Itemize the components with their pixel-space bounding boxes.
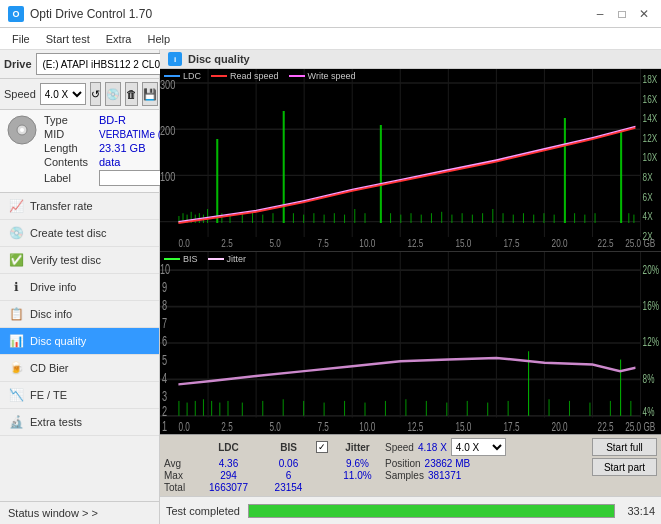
svg-text:5.0: 5.0 [269, 237, 281, 250]
status-window-button[interactable]: Status window > > [0, 501, 159, 524]
minimize-button[interactable]: – [591, 5, 609, 23]
svg-text:4X: 4X [643, 210, 653, 223]
svg-text:17.5: 17.5 [504, 419, 520, 433]
svg-rect-79 [523, 213, 524, 223]
menu-start-test[interactable]: Start test [38, 31, 98, 47]
legend-jitter: Jitter [208, 254, 247, 264]
svg-rect-54 [262, 215, 263, 223]
stats-position-label: Position [385, 458, 421, 469]
svg-text:25.0 GB: 25.0 GB [625, 237, 655, 250]
close-button[interactable]: ✕ [635, 5, 653, 23]
sidebar-item-drive-info[interactable]: ℹ Drive info [0, 274, 159, 301]
drive-section: Drive (E:) ATAPI iHBS112 2 CL0K ⏏ [0, 50, 159, 79]
stats-table: LDC BIS ✓ Jitter Speed 4.18 X 4.0 X Avg … [164, 438, 588, 493]
speed-select[interactable]: 4.0 X2.0 X8.0 X [40, 83, 86, 105]
svg-text:5.0: 5.0 [269, 419, 280, 433]
svg-rect-133 [187, 403, 188, 416]
disc-label-input[interactable] [99, 170, 169, 186]
svg-text:200: 200 [160, 123, 175, 137]
svg-rect-137 [219, 403, 220, 416]
menu-help[interactable]: Help [139, 31, 178, 47]
nav-label-disc-info: Disc info [30, 308, 72, 320]
svg-text:17.5: 17.5 [504, 237, 520, 250]
title-bar: O Opti Drive Control 1.70 – □ ✕ [0, 0, 661, 28]
svg-rect-81 [543, 213, 544, 223]
speed-dropdown[interactable]: 4.0 X [451, 438, 506, 456]
bis-line [164, 258, 180, 260]
extra-tests-icon: 🔬 [8, 414, 24, 430]
stats-samples-label: Samples [385, 470, 424, 481]
svg-rect-88 [628, 213, 629, 223]
sidebar-item-disc-quality[interactable]: 📊 Disc quality [0, 328, 159, 355]
stats-total-row: Total 1663077 23154 [164, 482, 588, 493]
svg-rect-84 [574, 213, 575, 223]
svg-rect-75 [482, 213, 483, 223]
svg-rect-138 [227, 401, 228, 416]
svg-rect-49 [216, 139, 218, 223]
svg-text:5: 5 [162, 351, 167, 368]
menu-file[interactable]: File [4, 31, 38, 47]
ldc-line [164, 75, 180, 77]
nav-label-transfer-rate: Transfer rate [30, 200, 93, 212]
svg-rect-59 [313, 213, 314, 223]
verify-test-disc-icon: ✅ [8, 252, 24, 268]
svg-rect-63 [354, 209, 355, 223]
svg-rect-60 [324, 215, 325, 223]
maximize-button[interactable]: □ [613, 5, 631, 23]
menu-extra[interactable]: Extra [98, 31, 140, 47]
main-area: Drive (E:) ATAPI iHBS112 2 CL0K ⏏ Speed … [0, 50, 661, 524]
svg-text:8: 8 [162, 297, 167, 314]
sidebar-item-cd-bier[interactable]: 🍺 CD Bier [0, 355, 159, 382]
disc-length-value: 23.31 GB [99, 142, 145, 154]
svg-rect-71 [441, 212, 442, 223]
svg-text:20.0: 20.0 [552, 237, 568, 250]
svg-rect-68 [411, 213, 412, 223]
erase-button[interactable]: 🗑 [125, 82, 138, 106]
sidebar-item-transfer-rate[interactable]: 📈 Transfer rate [0, 193, 159, 220]
svg-rect-53 [252, 212, 253, 223]
stats-max-bis: 6 [261, 470, 316, 481]
legend-read-speed-label: Read speed [230, 71, 279, 81]
sidebar-item-fe-te[interactable]: 📉 FE / TE [0, 382, 159, 409]
start-part-button[interactable]: Start part [592, 458, 657, 476]
svg-text:22.5: 22.5 [598, 419, 614, 433]
svg-text:8%: 8% [643, 371, 655, 385]
stats-avg-label: Avg [164, 458, 196, 469]
svg-text:2.5: 2.5 [221, 419, 232, 433]
svg-rect-73 [462, 213, 463, 223]
sidebar-item-extra-tests[interactable]: 🔬 Extra tests [0, 409, 159, 436]
save-button[interactable]: 💾 [142, 82, 158, 106]
stats-header-ldc: LDC [196, 442, 261, 453]
chart1-legend: LDC Read speed Write speed [164, 71, 355, 81]
disc-length-label: Length [44, 142, 99, 154]
svg-rect-140 [262, 401, 263, 416]
sidebar-item-disc-info[interactable]: 📋 Disc info [0, 301, 159, 328]
disc-info-icon: 📋 [8, 306, 24, 322]
status-window-label: Status window > > [8, 507, 98, 519]
disc-icon [6, 114, 38, 148]
svg-rect-62 [344, 215, 345, 223]
svg-text:2.5: 2.5 [221, 237, 233, 250]
sidebar-item-create-test-disc[interactable]: 💿 Create test disc [0, 220, 159, 247]
legend-read-speed: Read speed [211, 71, 279, 81]
refresh-button[interactable]: ↺ [90, 82, 101, 106]
svg-rect-146 [385, 401, 386, 416]
disc-contents-value: data [99, 156, 120, 168]
svg-rect-157 [610, 401, 611, 416]
svg-rect-145 [364, 403, 365, 416]
svg-rect-87 [620, 132, 622, 223]
start-full-button[interactable]: Start full [592, 438, 657, 456]
svg-text:4: 4 [162, 369, 167, 386]
svg-rect-150 [467, 401, 468, 416]
sidebar-item-verify-test-disc[interactable]: ✅ Verify test disc [0, 247, 159, 274]
legend-ldc: LDC [164, 71, 201, 81]
legend-write-speed-label: Write speed [308, 71, 356, 81]
legend-ldc-label: LDC [183, 71, 201, 81]
stats-max-label: Max [164, 470, 196, 481]
svg-rect-72 [451, 215, 452, 223]
svg-text:6X: 6X [643, 190, 653, 203]
jitter-checkbox[interactable]: ✓ [316, 441, 328, 453]
svg-text:7: 7 [162, 315, 167, 332]
disc-button[interactable]: 💿 [105, 82, 121, 106]
disc-contents-label: Contents [44, 156, 99, 168]
